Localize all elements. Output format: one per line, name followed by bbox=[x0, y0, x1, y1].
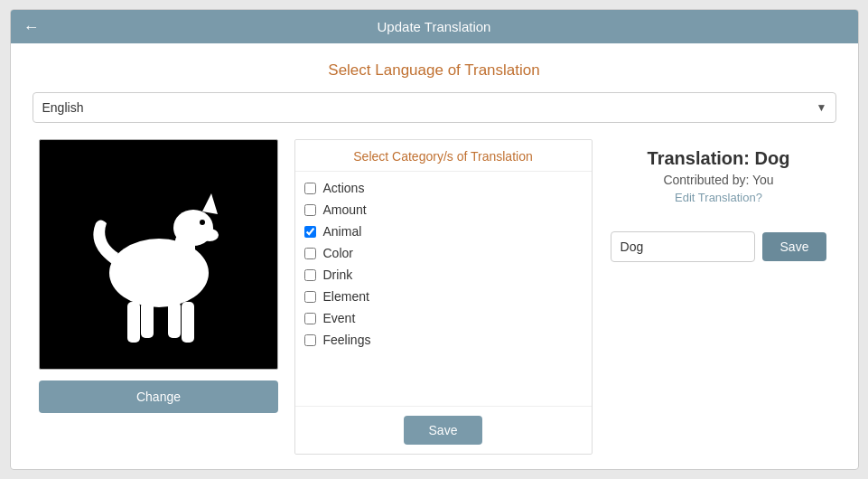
checkbox-amount[interactable] bbox=[304, 204, 316, 216]
svg-marker-3 bbox=[202, 193, 218, 214]
translation-input[interactable] bbox=[611, 231, 755, 262]
checkbox-label-animal: Animal bbox=[323, 224, 362, 239]
checkbox-label-amount: Amount bbox=[323, 202, 367, 217]
translation-input-row: Save bbox=[611, 231, 827, 262]
checkbox-item: Actions bbox=[304, 177, 583, 199]
checkbox-actions[interactable] bbox=[304, 183, 316, 194]
back-button[interactable]: ← bbox=[23, 17, 40, 36]
language-select[interactable]: English Spanish French German Italian bbox=[33, 92, 836, 123]
checkbox-label-drink: Drink bbox=[323, 268, 353, 282]
checkbox-item: Element bbox=[304, 286, 583, 307]
checkbox-item: Feelings bbox=[304, 329, 583, 351]
checkbox-item: Amount bbox=[304, 199, 583, 221]
svg-point-5 bbox=[200, 220, 205, 225]
checkbox-feelings[interactable] bbox=[304, 334, 316, 346]
checkbox-item: Color bbox=[304, 242, 583, 264]
edit-translation-link[interactable]: Edit Translation? bbox=[675, 191, 762, 204]
language-select-wrapper: English Spanish French German Italian ▼ bbox=[33, 92, 836, 123]
checkbox-list: ActionsAmountAnimalColorDrinkElementEven… bbox=[295, 172, 592, 406]
translation-title: Translation: Dog bbox=[648, 148, 790, 169]
checkbox-item: Drink bbox=[304, 264, 583, 286]
checkbox-animal[interactable] bbox=[304, 226, 316, 238]
svg-rect-8 bbox=[127, 302, 140, 343]
left-panel: Change bbox=[33, 139, 285, 455]
category-save-button[interactable]: Save bbox=[404, 416, 483, 445]
language-section-title: Select Language of Translation bbox=[33, 61, 836, 80]
checkbox-label-element: Element bbox=[323, 289, 369, 304]
svg-rect-6 bbox=[182, 302, 194, 343]
content-area: Select Language of Translation English S… bbox=[11, 43, 858, 469]
translation-save-button[interactable]: Save bbox=[762, 232, 827, 261]
checkbox-event[interactable] bbox=[304, 313, 316, 324]
checkbox-label-actions: Actions bbox=[323, 181, 365, 195]
middle-save-row: Save bbox=[295, 406, 592, 454]
checkbox-drink[interactable] bbox=[304, 269, 316, 281]
checkbox-label-color: Color bbox=[323, 246, 353, 260]
window-title: Update Translation bbox=[378, 19, 491, 34]
right-panel: Translation: Dog Contributed by: You Edi… bbox=[602, 139, 836, 455]
change-button[interactable]: Change bbox=[39, 380, 278, 413]
category-section-title: Select Category/s of Translation bbox=[295, 140, 592, 172]
main-row: Change Select Category/s of Translation … bbox=[33, 139, 836, 455]
category-panel: Select Category/s of Translation Actions… bbox=[294, 139, 593, 455]
svg-rect-7 bbox=[168, 302, 181, 338]
checkbox-element[interactable] bbox=[304, 291, 316, 303]
main-window: ← Update Translation Select Language of … bbox=[10, 9, 859, 470]
checkbox-item: Event bbox=[304, 307, 583, 329]
checkbox-item: Animal bbox=[304, 221, 583, 242]
checkbox-label-event: Event bbox=[323, 311, 356, 325]
contributed-by: Contributed by: You bbox=[663, 173, 773, 187]
title-bar: ← Update Translation bbox=[11, 10, 858, 43]
svg-rect-9 bbox=[141, 302, 154, 338]
checkbox-label-feelings: Feelings bbox=[323, 333, 371, 347]
dog-image bbox=[69, 155, 249, 354]
image-box bbox=[39, 139, 278, 370]
checkbox-color[interactable] bbox=[304, 248, 316, 259]
svg-point-4 bbox=[201, 229, 219, 241]
